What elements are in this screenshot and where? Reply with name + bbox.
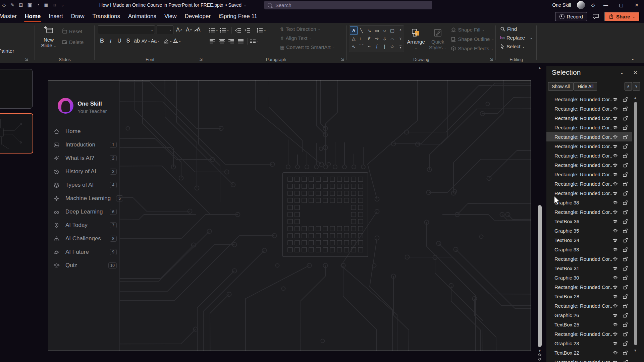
shape-rounded-rectangle-icon[interactable]: ▢ <box>388 26 396 35</box>
unlock-icon[interactable] <box>622 321 632 327</box>
gallery-scroll-down-icon[interactable]: ∨ <box>399 37 401 40</box>
selection-item[interactable]: Graphic 23 <box>546 339 632 348</box>
selection-item[interactable]: TextBox 25 <box>546 320 632 329</box>
unlock-icon[interactable] <box>622 199 632 205</box>
visibility-eye-icon[interactable] <box>612 209 622 215</box>
shape-triangle-icon[interactable]: △ <box>350 35 358 43</box>
bullets-button[interactable]: ⌄ <box>209 26 218 34</box>
selection-item[interactable]: Rectangle: Rounded Cor... <box>546 282 632 292</box>
teacher-name[interactable]: One Skill <box>77 101 102 107</box>
unlock-icon[interactable] <box>622 162 632 168</box>
decrease-font-size-button[interactable]: A˅ <box>185 26 193 34</box>
shape-fill-button[interactable]: Shape Fill⌄ <box>449 26 496 33</box>
gallery-scroll-up-icon[interactable]: ∧ <box>399 28 401 32</box>
gallery-more-icon[interactable]: ▾ <box>399 46 401 49</box>
shape-line-icon[interactable]: ╲ <box>358 26 365 35</box>
account-avatar[interactable] <box>577 1 585 9</box>
align-text-button[interactable]: ⇳Align Text⌄ <box>278 35 336 42</box>
selection-item[interactable]: Rectangle: Rounded Cor... <box>546 179 632 188</box>
unlock-icon[interactable] <box>622 218 632 224</box>
unlock-icon[interactable] <box>622 303 632 309</box>
selection-item[interactable]: Rectangle: Rounded Cor... <box>546 357 632 362</box>
unlock-icon[interactable] <box>622 246 632 252</box>
show-all-button[interactable]: Show All <box>548 82 574 90</box>
tab-master[interactable]: Master <box>0 10 21 23</box>
previous-slide-button[interactable] <box>537 353 542 357</box>
delete-slide-button[interactable]: Delete <box>60 38 85 46</box>
font-size-combo[interactable]: ⌄ <box>157 25 173 34</box>
visibility-eye-icon[interactable] <box>612 106 622 112</box>
bold-button[interactable]: B <box>98 37 106 45</box>
shape-elbow-arrow-connector-icon[interactable]: ↱ <box>365 35 373 43</box>
tab-animations[interactable]: Animations <box>124 10 160 23</box>
search-input[interactable] <box>275 2 429 8</box>
close-button[interactable]: ✕ <box>632 2 641 8</box>
clear-formatting-button[interactable]: A <box>195 26 203 34</box>
italic-button[interactable]: I <box>107 37 115 45</box>
character-spacing-button[interactable]: AV⌄ <box>142 37 150 45</box>
align-objects-icon[interactable]: ≣ <box>44 2 48 8</box>
visibility-eye-icon[interactable] <box>612 359 622 362</box>
tab-home[interactable]: Home <box>21 10 45 23</box>
clipboard-dialog-launcher[interactable]: ⇲ <box>24 57 29 62</box>
unlock-icon[interactable] <box>622 275 632 281</box>
visibility-eye-icon[interactable] <box>612 115 622 121</box>
increase-font-size-button[interactable]: A˄ <box>175 26 183 34</box>
visibility-eye-icon[interactable] <box>612 303 622 309</box>
tab-transitions[interactable]: Transitions <box>88 10 124 23</box>
unlock-icon[interactable] <box>622 171 632 177</box>
slide-nav-ai-challenges[interactable]: AI Challenges8 <box>53 232 117 245</box>
gem-icon[interactable]: ◇ <box>591 2 595 8</box>
visibility-eye-icon[interactable] <box>612 228 622 234</box>
slide-nav-ai-today[interactable]: AI Today7 <box>53 219 117 232</box>
shape-right-arrow-icon[interactable]: ⇨ <box>373 35 381 43</box>
search-box[interactable] <box>264 1 432 9</box>
convert-to-smartart-button[interactable]: ▦Convert to SmartArt⌄ <box>278 44 336 51</box>
slide-nav-deep-learning[interactable]: Deep Learning6 <box>53 205 117 219</box>
selection-item[interactable]: TextBox 22 <box>546 348 632 357</box>
shape-down-arrow-icon[interactable]: ⇩ <box>381 35 388 43</box>
arrange-button[interactable]: Arrange⌄ <box>406 25 426 52</box>
visibility-eye-icon[interactable] <box>612 143 622 149</box>
selection-item[interactable]: Graphic 26 <box>546 310 632 320</box>
unlock-icon[interactable] <box>622 312 632 318</box>
record-button[interactable]: Record <box>555 12 587 21</box>
selection-item[interactable]: TextBox 34 <box>546 235 632 245</box>
selection-item[interactable]: TextBox 31 <box>546 263 632 273</box>
find-button[interactable]: Find <box>498 25 537 33</box>
format-painter-button[interactable]: Format Painter <box>0 47 35 54</box>
selection-item[interactable]: Rectangle: Rounded Cor... <box>546 113 632 123</box>
slide-canvas[interactable]: One Skill Your Teacher HomeIntroduction1… <box>48 80 531 351</box>
align-left-button[interactable] <box>209 37 217 45</box>
crop-icon[interactable]: ▣ <box>28 2 32 8</box>
visibility-eye-icon[interactable] <box>612 312 622 318</box>
visibility-eye-icon[interactable] <box>612 171 622 177</box>
justify-button[interactable] <box>237 37 245 45</box>
pane-scroll-down-icon[interactable]: ▼ <box>633 349 638 352</box>
slide-thumbnail-2-selected[interactable] <box>0 113 33 154</box>
unlock-icon[interactable] <box>622 124 632 130</box>
visibility-eye-icon[interactable] <box>612 124 622 130</box>
shape-rectangle-icon[interactable]: ▭ <box>373 26 381 35</box>
visibility-eye-icon[interactable] <box>612 256 622 262</box>
teacher-role[interactable]: Your Teacher <box>77 108 107 114</box>
visibility-eye-icon[interactable] <box>612 321 622 327</box>
visibility-eye-icon[interactable] <box>612 96 622 102</box>
select-button[interactable]: Select⌄ <box>498 43 537 50</box>
align-center-button[interactable] <box>218 37 226 45</box>
visibility-eye-icon[interactable] <box>612 246 622 252</box>
slide-nav-quiz[interactable]: Quiz10 <box>53 259 117 272</box>
copy-button[interactable]: Copy⌄ <box>0 30 35 37</box>
drawing-dialog-launcher[interactable]: ⇲ <box>489 57 494 62</box>
decrease-indent-button[interactable] <box>234 26 242 34</box>
selection-item[interactable]: Rectangle: Rounded Cor... <box>546 170 632 179</box>
visibility-eye-icon[interactable] <box>612 237 622 243</box>
tab-ispring-free-11[interactable]: iSpring Free 11 <box>215 10 261 23</box>
shape-curve-icon[interactable]: ~ <box>365 43 373 51</box>
share-button[interactable]: Share ⌄ <box>604 12 640 21</box>
unlock-icon[interactable] <box>622 115 632 121</box>
table-icon[interactable]: ⊞ <box>19 2 23 8</box>
visibility-eye-icon[interactable] <box>612 181 622 187</box>
pane-close-icon[interactable]: ✕ <box>633 70 638 76</box>
shape-text-box-icon[interactable]: A <box>350 26 358 35</box>
